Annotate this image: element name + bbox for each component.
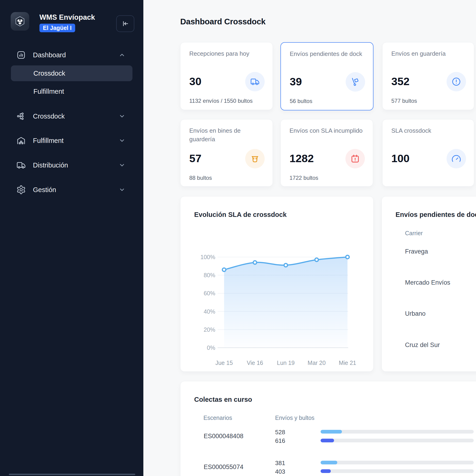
stat-card-envios-bines-guarderia[interactable]: Envíos en bines de guardería 57 88 bulto… [180,119,273,187]
gear-icon [16,185,26,195]
sidebar-collapse-button[interactable] [116,15,134,32]
sidebar-item-gestion[interactable]: Gestión [0,182,143,197]
stat-value: 352 [391,75,409,88]
page-title: Dashboard Crossdock [180,17,266,26]
stat-card-envios-guarderia[interactable]: Envíos en guardería 352 577 bultos [382,42,474,110]
chart-point [222,268,226,272]
sidebar-item-label: Crossdock [33,113,65,120]
stat-title: Envíos con SLA incumplido [289,126,365,135]
stat-value: 100 [391,152,409,165]
chevron-down-icon [118,161,126,169]
y-axis-label: 0% [207,344,215,351]
envios-count: 381 [275,459,285,467]
x-axis-label: Lun 19 [277,359,295,366]
sidebar: WMS Envíopack El Jagüel I Dashboard Cros… [0,0,143,476]
y-axis-label: 20% [204,326,215,333]
network-icon [16,111,26,121]
carrier-row: Mercado Envíos [405,279,450,286]
sidebar-horizontal-scrollbar[interactable] [9,474,135,475]
escenario-id: ES000048408 [204,433,243,440]
y-axis-label: 40% [204,308,215,315]
column-header-escenarios: Escenarios [204,414,232,421]
envios-progress-fill [321,461,337,464]
panel-title: Colectas en curso [194,396,252,403]
stat-value: 57 [189,152,201,165]
stat-title: Envíos en bines de guardería [189,126,265,144]
hand-truck-icon [346,72,365,92]
stat-card-sla-crossdock[interactable]: SLA crossdock 100 [382,119,474,187]
stat-card-recepciones-hoy[interactable]: Recepciones para hoy 30 1132 envíos / 15… [180,42,273,110]
truck-icon [16,160,26,170]
bultos-count: 403 [275,468,285,475]
bultos-progress-fill [321,469,331,473]
envios-progress-fill [321,430,342,434]
bultos-progress-fill [321,439,334,442]
sidebar-item-dashboard-crossdock[interactable]: Crossdock [11,66,133,81]
carrier-row: Fravega [405,248,428,255]
chevron-down-icon [118,112,126,120]
envios-count: 528 [275,429,285,436]
chevron-down-icon [118,136,126,145]
sidebar-item-label: Fulfillment [33,137,64,145]
app-title: WMS Envíopack [39,13,95,22]
sidebar-item-label: Dashboard [33,51,66,59]
colectas-panel: Colectas en curso Escenarios Envíos y bu… [180,381,476,476]
x-axis-label: Jue 15 [215,359,233,366]
sidebar-item-label: Distribución [33,161,68,169]
y-axis-label: 100% [200,254,215,260]
pending-by-carrier-panel: Envíos pendientes de dock Carrier Fraveg… [382,196,476,372]
envios-progressbar [321,430,474,434]
sidebar-item-fulfillment[interactable]: Fulfillment [0,133,143,148]
carrier-row: Urbano [405,310,426,317]
stat-title: Recepciones para hoy [189,50,265,58]
x-axis-label: Vie 16 [247,359,263,366]
wms-dashboard: WMS Envíopack El Jagüel I Dashboard Cros… [0,0,476,476]
sidebar-item-label: Gestión [33,186,56,194]
carrier-row: Cruz del Sur [405,341,440,349]
stat-card-envios-sla-incumplido[interactable]: Envíos con SLA incumplido 1282 1722 bult… [280,119,373,187]
escenario-id: ES000055074 [204,463,243,471]
x-axis-label: Mar 20 [307,359,326,366]
stat-subtitle: 56 bultos [290,98,312,104]
chart-point [284,264,288,267]
calendar-alert-icon [345,149,365,169]
stat-subtitle: 577 bultos [391,98,417,104]
bultos-progressbar [321,439,474,442]
y-axis-label: 60% [204,290,215,296]
stat-title: Envíos en guardería [391,50,466,58]
bultos-progressbar [321,469,474,473]
stat-title: Envíos pendientes de dock [290,50,365,58]
chevron-down-icon [118,186,126,194]
alert-circle-icon [446,72,466,91]
chart-area [224,257,347,348]
panel-title: Envíos pendientes de dock [395,211,476,219]
sidebar-item-distribucion[interactable]: Distribución [0,158,143,172]
chart-point [346,255,349,259]
sidebar-item-label: Crossdock [34,69,65,77]
gauge-icon [446,149,466,169]
truck-icon [245,72,265,91]
x-axis-label: Mie 21 [339,359,356,366]
stat-subtitle: 88 bultos [189,175,212,181]
stat-title: SLA crossdock [391,126,466,135]
stat-value: 39 [290,75,302,88]
sidebar-item-crossdock[interactable]: Crossdock [0,109,143,124]
envios-progressbar [321,461,474,464]
collapse-sidebar-icon [121,20,129,27]
stat-subtitle: 1722 bultos [289,175,318,181]
dashboard-icon [16,50,26,60]
sla-chart: 0%20%40%60%80%100%Jue 15Vie 16Lun 19Mar … [181,196,373,371]
stat-value: 1282 [289,152,314,165]
warehouse-icon [16,136,26,145]
y-axis-label: 80% [204,272,215,278]
sidebar-item-dashboard-fulfillment[interactable]: Fulfillment [34,88,64,95]
column-header-carrier: Carrier [405,230,423,237]
sidebar-item-dashboard[interactable]: Dashboard [0,48,143,62]
sla-evolution-panel: Evolución SLA de crossdock 0%20%40%60%80… [180,196,374,372]
stat-card-envios-pendientes-dock[interactable]: Envíos pendientes de dock 39 56 bultos [280,42,374,110]
chart-point [315,258,319,261]
basket-icon [245,149,265,169]
warehouse-badge: El Jagüel I [39,24,75,32]
box-3d-logo-icon [14,15,26,27]
stat-subtitle: 1132 envíos / 1550 bultos [189,98,253,104]
